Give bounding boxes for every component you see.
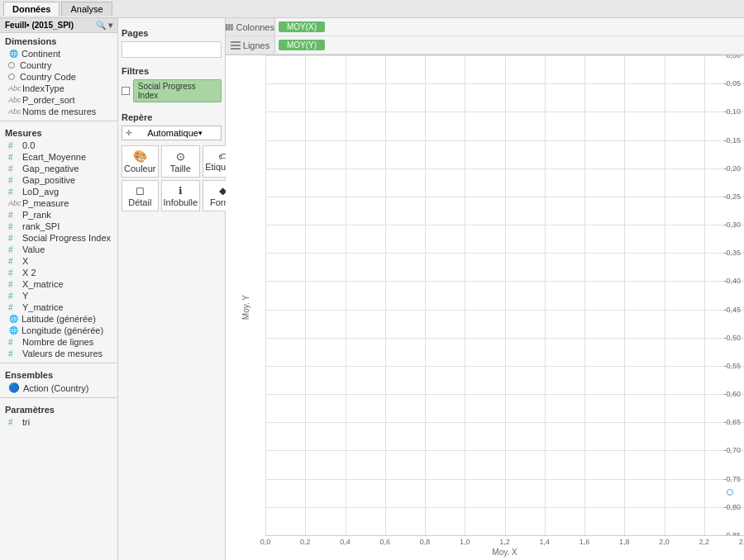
mark-buttons: 🎨 Couleur ⊙ Taille 🏷 Etiquette ◻ Détail … <box>122 145 222 211</box>
hash-icon-gapneg: # <box>8 164 20 173</box>
mesure-lod[interactable]: # LoD_avg <box>0 186 117 197</box>
hash-icon-rankspi: # <box>8 222 20 231</box>
mesure-gapneg[interactable]: # Gap_negative <box>0 163 117 174</box>
mesure-y[interactable]: # Y <box>0 290 117 301</box>
mesure-xmatrice-label: X_matrice <box>22 279 64 289</box>
filtres-title: Filtres <box>122 64 222 79</box>
mesure-nblignes-label: Nombre de lignes <box>22 337 93 347</box>
shelf-area: Colonnes MOY(X) Lignes MOY(Y) <box>226 18 744 55</box>
couleur-icon: 🎨 <box>133 149 147 163</box>
mark-btn-infobulle[interactable]: ℹ Infobulle <box>161 180 201 211</box>
right-panel: Colonnes MOY(X) Lignes MOY(Y) <box>226 18 744 560</box>
mesure-y-label: Y <box>22 291 28 301</box>
detail-label: Détail <box>128 197 151 207</box>
mesure-ecart-label: Ecart_Moyenne <box>22 152 86 162</box>
x-tick: 1,0 <box>460 538 470 546</box>
separator-1 <box>0 121 117 121</box>
dim-continent[interactable]: 🌐 Continent <box>0 48 117 59</box>
mesure-nblignes[interactable]: # Nombre de lignes <box>0 336 117 348</box>
chart-inner: 0,00-0,05-0,10-0,15-0,20-0,25-0,30-0,35-… <box>265 55 744 560</box>
parametres-title: Paramètres <box>0 401 117 416</box>
x-tick: 2,4 <box>739 538 744 546</box>
x-tick: 0,2 <box>300 538 311 546</box>
hash-icon-xmatrice: # <box>8 280 20 289</box>
mesure-ecart[interactable]: # Ecart_Moyenne <box>0 151 117 163</box>
mesure-longitude[interactable]: 🌐 Longitude (générée) <box>0 325 117 336</box>
dim-countrycode[interactable]: Country Code <box>0 71 117 83</box>
svg-rect-3 <box>231 41 241 43</box>
pages-title: Pages <box>122 26 222 41</box>
couleur-label: Couleur <box>124 164 156 173</box>
mesure-gappos[interactable]: # Gap_positive <box>0 174 117 186</box>
hash-icon-nblignes: # <box>8 338 20 347</box>
dim-porder-label: P_order_sort <box>22 95 75 105</box>
left-scrollable[interactable]: Dimensions 🌐 Continent Country Country C… <box>0 33 117 560</box>
mesure-latitude[interactable]: 🌐 Latitude (générée) <box>0 313 117 325</box>
mark-btn-taille[interactable]: ⊙ Taille <box>161 145 201 178</box>
lines-pill[interactable]: MOY(Y) <box>279 40 325 50</box>
mesure-x[interactable]: # X <box>0 255 117 267</box>
mesure-valeurs[interactable]: # Valeurs de mesures <box>0 348 117 359</box>
mark-btn-couleur[interactable]: 🎨 Couleur <box>122 145 159 178</box>
mesure-value[interactable]: # Value <box>0 244 117 255</box>
dim-indextype-label: IndexType <box>22 83 64 93</box>
dim-countrycode-label: Country Code <box>20 72 76 82</box>
svg-rect-4 <box>231 45 241 46</box>
dim-porder[interactable]: Abc P_order_sort <box>0 94 117 106</box>
menu-icon[interactable]: ▾ <box>108 21 112 30</box>
x-tick: 0,6 <box>379 538 390 546</box>
parametre-tri-label: tri <box>22 417 30 427</box>
svg-rect-0 <box>226 24 227 31</box>
mesure-spi[interactable]: # Social Progress Index <box>0 232 117 244</box>
auto-label: Automatique <box>147 128 198 138</box>
sheet-header: Feuill• (2015_SPI) 🔍 ▾ <box>0 18 117 33</box>
ensemble-country[interactable]: 🔵 Action (Country) <box>0 382 117 394</box>
dim-country[interactable]: Country <box>0 59 117 71</box>
dim-indextype[interactable]: Abc IndexType <box>0 83 117 94</box>
columns-icon <box>226 23 234 31</box>
ensemble-icon: 🔵 <box>8 382 20 393</box>
y-axis-container: Moy. Y <box>226 55 265 560</box>
mesure-ymatrice[interactable]: # Y_matrice <box>0 301 117 313</box>
hash-icon-00: # <box>8 141 20 150</box>
hash-icon-x: # <box>8 257 20 266</box>
circle-icon-country <box>8 62 15 69</box>
middle-panel: Pages Filtres Social Progress Index Repè… <box>118 18 226 560</box>
globe-icon-lat: 🌐 <box>8 314 18 324</box>
mesure-x2[interactable]: # X 2 <box>0 267 117 278</box>
infobulle-icon: ℹ <box>179 185 183 197</box>
mark-btn-detail[interactable]: ◻ Détail <box>122 180 159 211</box>
mesure-prank[interactable]: # P_rank <box>0 209 117 221</box>
chart-plot: 0,00-0,05-0,10-0,15-0,20-0,25-0,30-0,35-… <box>265 55 744 535</box>
mesure-rankspi[interactable]: # rank_SPI <box>0 221 117 232</box>
filter-checkbox[interactable] <box>122 87 130 95</box>
mesure-00[interactable]: # 0.0 <box>0 140 117 151</box>
ensembles-title: Ensembles <box>0 367 117 382</box>
dimensions-title: Dimensions <box>0 33 117 48</box>
left-panel: Feuill• (2015_SPI) 🔍 ▾ Dimensions 🌐 Cont… <box>0 18 118 560</box>
lines-shelf-label: Lignes <box>243 40 269 50</box>
circle-icon-code <box>8 74 15 80</box>
dropdown-arrow: ▾ <box>198 129 217 137</box>
filter-item[interactable]: Social Progress Index <box>122 79 222 102</box>
columns-pill[interactable]: MOY(X) <box>279 21 325 32</box>
tab-donnees[interactable]: Données <box>3 2 60 16</box>
parametre-tri[interactable]: # tri <box>0 416 117 428</box>
x-axis: Moy. X 0,00,20,40,60,81,01,21,41,61,82,0… <box>265 535 744 560</box>
x-tick: 1,2 <box>499 538 510 546</box>
mesure-prank-label: P_rank <box>22 210 51 220</box>
taille-label: Taille <box>170 164 191 173</box>
filter-pill[interactable]: Social Progress Index <box>133 79 222 102</box>
y-axis-label: Moy. Y <box>241 295 250 320</box>
mesure-valeurs-label: Valeurs de mesures <box>22 349 103 358</box>
hash-icon-prank: # <box>8 211 20 220</box>
mesure-xmatrice[interactable]: # X_matrice <box>0 278 117 290</box>
x-tick: 0,4 <box>340 538 351 546</box>
hash-icon-y: # <box>8 292 20 301</box>
dim-noms[interactable]: Abc Noms de mesures <box>0 106 117 117</box>
data-point <box>727 489 733 496</box>
auto-select[interactable]: ✛ Automatique ▾ <box>122 126 222 140</box>
search-icon[interactable]: 🔍 <box>96 21 106 30</box>
tab-analyse[interactable]: Analyse <box>61 2 112 16</box>
mesure-pmeasure[interactable]: Abc P_measure <box>0 197 117 209</box>
